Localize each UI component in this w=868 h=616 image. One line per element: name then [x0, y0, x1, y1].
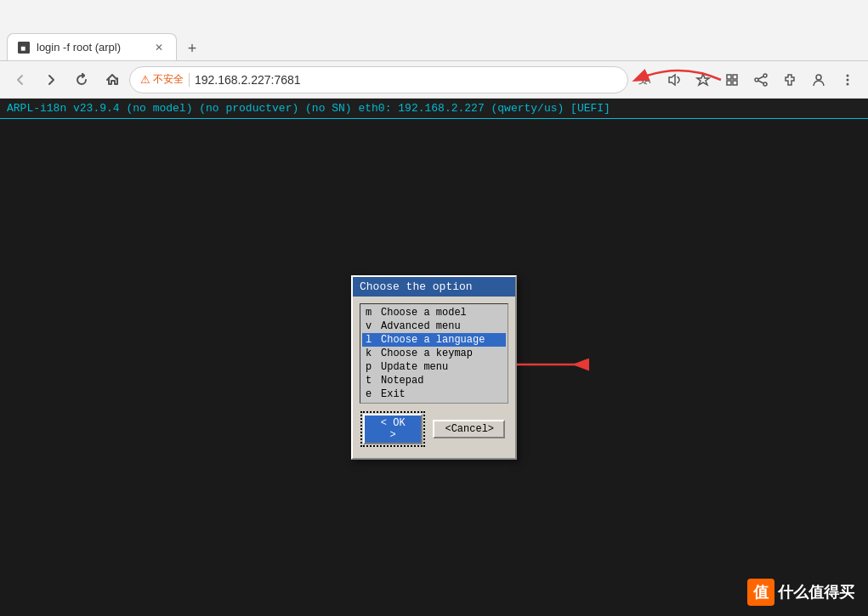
dialog-list-item[interactable]: eExit: [362, 387, 506, 401]
svg-rect-4: [727, 75, 731, 79]
collections-button[interactable]: [718, 66, 746, 93]
svg-point-12: [847, 74, 849, 76]
extensions-button[interactable]: [776, 66, 803, 93]
dialog-body: mChoose a modelvAdvanced menulChoose a l…: [353, 297, 515, 458]
tab-favicon: ■: [18, 42, 30, 54]
dialog-title: Choose the option: [353, 277, 515, 297]
dialog-item-key: m: [366, 307, 377, 319]
tab-close-button[interactable]: ✕: [152, 41, 166, 54]
svg-rect-5: [733, 75, 737, 79]
svg-rect-7: [733, 81, 737, 85]
terminal-header: ARPL-i18n v23.9.4 (no model) (no product…: [0, 99, 868, 119]
dialog-item-key: e: [366, 388, 377, 400]
svg-text:■: ■: [20, 43, 26, 53]
dialog-list-item[interactable]: tNotepad: [362, 374, 506, 387]
forward-button[interactable]: [37, 66, 65, 93]
terminal-body: Choose the option mChoose a modelvAdvanc…: [0, 119, 868, 616]
tab-bar: ■ login -f root (arpl) ✕ +: [0, 31, 868, 61]
dialog-item-text: Choose a keymap: [381, 348, 473, 359]
dialog-buttons: < OK > <Cancel>: [356, 410, 512, 451]
content-area: ARPL-i18n v23.9.4 (no model) (no product…: [0, 99, 868, 616]
active-tab[interactable]: ■ login -f root (arpl) ✕: [7, 33, 177, 60]
watermark-text: 什么值得买: [778, 582, 854, 602]
back-button[interactable]: [7, 66, 34, 93]
home-button[interactable]: [99, 66, 126, 93]
menu-button[interactable]: [834, 66, 861, 93]
toolbar-right: 文 A: [632, 66, 861, 93]
dialog-item-key: t: [366, 375, 377, 387]
dialog-item-key: l: [366, 334, 377, 346]
dialog-item-key: k: [366, 348, 377, 359]
svg-point-10: [763, 82, 767, 86]
toolbar: ⚠ 不安全 192.168.2.227:7681 文 A: [0, 61, 868, 99]
title-bar: [0, 0, 868, 31]
svg-point-14: [847, 82, 849, 85]
cancel-button[interactable]: <Cancel>: [433, 420, 505, 438]
browser-frame: ■ login -f root (arpl) ✕ +: [0, 0, 868, 616]
dialog-item-text: Update menu: [381, 361, 448, 373]
dialog-item-key: p: [366, 361, 377, 373]
favorites-button[interactable]: [689, 66, 717, 93]
dialog-wrapper: Choose the option mChoose a modelvAdvanc…: [351, 275, 517, 460]
svg-text:A: A: [644, 75, 651, 85]
address-divider: [189, 73, 190, 87]
svg-point-8: [763, 74, 767, 77]
dialog: Choose the option mChoose a modelvAdvanc…: [351, 275, 517, 460]
reload-button[interactable]: [68, 66, 95, 93]
dialog-item-text: Advanced menu: [381, 320, 461, 332]
dialog-list-item[interactable]: mChoose a model: [362, 306, 506, 319]
address-bar[interactable]: ⚠ 不安全 192.168.2.227:7681: [129, 66, 628, 93]
share-button[interactable]: [747, 66, 774, 93]
dialog-item-text: Exit: [381, 388, 406, 400]
watermark: 值 什么值得买: [747, 579, 854, 606]
dialog-item-key: v: [366, 320, 377, 332]
dialog-item-text: Choose a language: [381, 334, 485, 346]
address-text: 192.168.2.227:7681: [195, 73, 301, 87]
dialog-list-item[interactable]: vAdvanced menu: [362, 319, 506, 333]
dialog-list-item[interactable]: kChoose a keymap: [362, 347, 506, 360]
profile-button[interactable]: [805, 66, 832, 93]
watermark-icon: 值: [747, 579, 774, 606]
tab-label: login -f root (arpl): [37, 41, 145, 54]
dialog-item-text: Notepad: [381, 375, 423, 387]
dialog-list-item[interactable]: lChoose a language: [362, 333, 506, 347]
ok-button[interactable]: < OK >: [363, 414, 423, 444]
read-aloud-button[interactable]: [661, 66, 688, 93]
security-label: 不安全: [153, 72, 184, 87]
svg-point-9: [755, 78, 758, 82]
dialog-item-text: Choose a model: [381, 307, 467, 319]
translate-button[interactable]: 文 A: [632, 66, 659, 93]
security-icon: ⚠: [140, 73, 150, 86]
security-warning: ⚠ 不安全: [140, 72, 184, 87]
dialog-list: mChoose a modelvAdvanced menulChoose a l…: [360, 303, 508, 404]
svg-rect-6: [727, 81, 731, 85]
svg-point-13: [847, 78, 849, 81]
dialog-list-item[interactable]: pUpdate menu: [362, 360, 506, 374]
svg-point-11: [816, 75, 821, 80]
new-tab-button[interactable]: +: [180, 37, 204, 60]
